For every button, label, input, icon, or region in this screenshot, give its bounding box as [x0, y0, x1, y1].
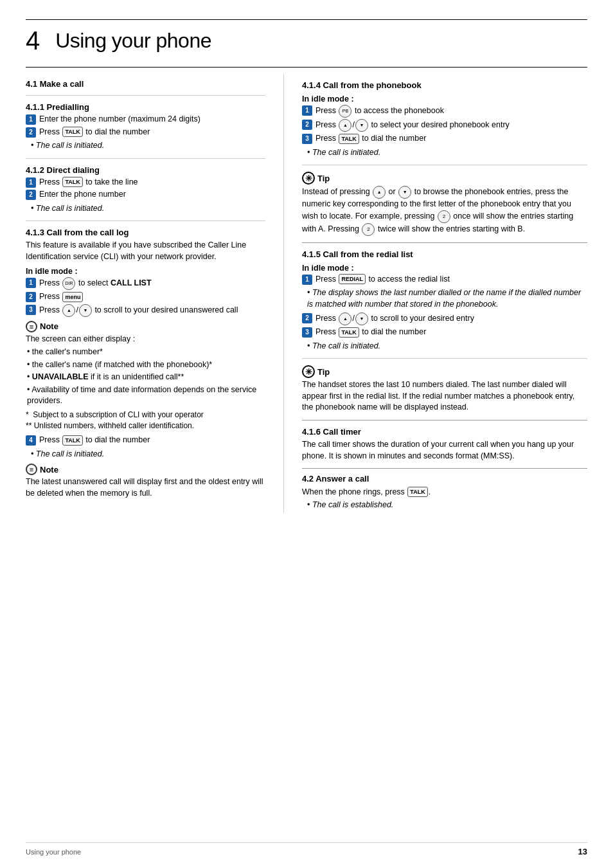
- step-num-1e: 1: [302, 275, 312, 285]
- down-btn-icon: ▼: [398, 186, 411, 199]
- footer-page: 13: [578, 847, 587, 856]
- s414-step1: 1 Press PB to access the phonebook: [302, 105, 587, 118]
- step-num-1c: 1: [26, 278, 36, 288]
- nav-down-icon: ▼: [79, 304, 92, 317]
- step-num-1: 1: [26, 114, 36, 125]
- s42-result: The call is established.: [307, 500, 587, 511]
- note2-icon: ≡: [26, 464, 37, 475]
- s413-result: The call is initiated.: [31, 449, 265, 460]
- s42-heading: 4.2 Answer a call: [302, 474, 587, 484]
- redial-btn-icon: REDIAL: [339, 274, 366, 284]
- s415-steps2: 2 Press ▲/▼ to scroll to your desired en…: [302, 312, 587, 338]
- top-rule: [26, 19, 587, 20]
- step-num-3d: 3: [302, 134, 312, 144]
- footer-left: Using your phone: [26, 848, 81, 856]
- chapter-title: 4 Using your phone: [26, 26, 587, 55]
- step-num-3e: 3: [302, 327, 312, 338]
- note2-title: ≡ Note: [26, 464, 265, 475]
- s413-step3: 3 Press ▲/▼ to scroll to your desired un…: [26, 304, 265, 317]
- two-column-layout: 4.1 Make a call 4.1.1 Predialling 1 Ente…: [26, 74, 587, 513]
- s415-steps: 1 Press REDIAL to access the redial list: [302, 274, 587, 285]
- s416-body: The call timer shows the duration of you…: [302, 439, 587, 462]
- s415-step3: 3 Press TALK to dial the number: [302, 327, 587, 338]
- talk-btn-icon6: TALK: [407, 487, 427, 497]
- talk-btn-icon3: TALK: [62, 435, 82, 446]
- two-btn-icon: 2: [438, 210, 450, 223]
- s411-steps: 1 Enter the phone number (maximum 24 dig…: [26, 114, 265, 138]
- tip1-title: ✳ Tip: [302, 172, 587, 185]
- s413-step4: 4 Press TALK to dial the number: [26, 435, 265, 446]
- tip-icon: ✳: [302, 172, 315, 185]
- s414-result: The call is initiated.: [307, 147, 587, 159]
- s415-result: The call is initiated.: [307, 341, 587, 352]
- s413-desc: This feature is available if you have su…: [26, 239, 265, 262]
- s412-step2: 2 Enter the phone number: [26, 189, 265, 201]
- footer: Using your phone 13: [26, 842, 587, 856]
- s415-bullet1-text: The display shows the last number dialle…: [307, 287, 587, 310]
- note1-body: The screen can either display :: [26, 334, 265, 345]
- s415-heading: 4.1.5 Call from the redial list: [302, 249, 587, 259]
- nav-down-icon3: ▼: [355, 312, 368, 325]
- s412-steps: 1 Press TALK to take the line 2 Enter th…: [26, 177, 265, 201]
- s414-heading: 4.1.4 Call from the phonebook: [302, 80, 587, 90]
- note-icon: ≡: [26, 321, 37, 332]
- chapter-title-text: Using your phone: [55, 29, 211, 52]
- step-num-1d: 1: [302, 105, 312, 116]
- s413-step1: 1 Press DIR to select CALL LIST: [26, 277, 265, 290]
- s413-idle: In idle mode :: [26, 267, 265, 276]
- s414-step3: 3 Press TALK to dial the number: [302, 133, 587, 145]
- chapter-num: 4: [26, 26, 40, 55]
- tip1-body: Instead of pressing ▲ or ▼ to browse the…: [302, 186, 587, 236]
- s41-heading: 4.1 Make a call: [26, 79, 265, 89]
- note2-box: ≡ Note The latest unanswered call will d…: [26, 464, 265, 499]
- note2-body: The latest unanswered call will display …: [26, 476, 265, 499]
- s411-step1: 1 Enter the phone number (maximum 24 dig…: [26, 114, 265, 125]
- s414-steps: 1 Press PB to access the phonebook 2 Pre…: [302, 105, 587, 145]
- tip2-icon: ✳: [302, 365, 315, 378]
- step-num-4c: 4: [26, 435, 36, 446]
- step-num-1b: 1: [26, 177, 36, 188]
- s411-result: The call is initiated.: [31, 140, 265, 152]
- tip2-box: ✳ Tip The handset stores the last 10 num…: [302, 365, 587, 413]
- step-num-2d: 2: [302, 120, 312, 130]
- s416-heading: 4.1.6 Call timer: [302, 427, 587, 437]
- s413-step2: 2 Press menu: [26, 291, 265, 303]
- note1-title: ≡ Note: [26, 321, 265, 332]
- step-num-3c: 3: [26, 305, 36, 315]
- note1-bullets: the caller's number* the caller's name (…: [27, 347, 265, 407]
- s415-step1: 1 Press REDIAL to access the redial list: [302, 274, 587, 285]
- nav-up-icon3: ▲: [339, 312, 351, 325]
- pb-btn-icon: PB: [339, 105, 351, 118]
- talk-btn-icon2: TALK: [62, 177, 82, 187]
- s414-step2: 2 Press ▲/▼ to select your desired phone…: [302, 119, 587, 132]
- s414-idle: In idle mode :: [302, 95, 587, 104]
- s413-heading: 4.1.3 Call from the call log: [26, 228, 265, 237]
- step-num-2b: 2: [26, 190, 36, 200]
- talk-btn-icon: TALK: [62, 127, 82, 137]
- s413-step4-list: 4 Press TALK to dial the number: [26, 435, 265, 446]
- s413-steps: 1 Press DIR to select CALL LIST 2 Press …: [26, 277, 265, 317]
- dir-btn-icon: DIR: [62, 277, 75, 290]
- s411-step2: 2 Press TALK to dial the number: [26, 127, 265, 138]
- right-column: 4.1.4 Call from the phonebook In idle mo…: [284, 74, 587, 513]
- s412-result: The call is initiated.: [31, 203, 265, 215]
- s412-heading: 4.1.2 Direct dialing: [26, 165, 265, 175]
- s42-body: When the phone rings, press TALK.: [302, 486, 587, 498]
- talk-btn-icon5: TALK: [339, 327, 359, 338]
- left-column: 4.1 Make a call 4.1.1 Predialling 1 Ente…: [26, 74, 284, 513]
- nav-up-icon: ▲: [62, 304, 75, 317]
- s411-heading: 4.1.1 Predialling: [26, 102, 265, 112]
- s415-step2: 2 Press ▲/▼ to scroll to your desired en…: [302, 312, 587, 325]
- step-num-2c: 2: [26, 292, 36, 302]
- menu-btn-icon: menu: [62, 292, 83, 302]
- tip2-body: The handset stores the last 10 numbers d…: [302, 379, 587, 413]
- nav-down-icon2: ▼: [355, 119, 368, 132]
- page: 4 Using your phone 4.1 Make a call 4.1.1…: [0, 0, 613, 868]
- note1-footnotes: * Subject to a subscription of CLI with …: [26, 410, 265, 431]
- s412-step1: 1 Press TALK to take the line: [26, 177, 265, 188]
- tip2-title: ✳ Tip: [302, 365, 587, 378]
- step-num-2: 2: [26, 127, 36, 138]
- step-num-2e: 2: [302, 313, 312, 323]
- note1-box: ≡ Note The screen can either display : t…: [26, 321, 265, 431]
- s415-bullet1: The display shows the last number dialle…: [307, 287, 587, 310]
